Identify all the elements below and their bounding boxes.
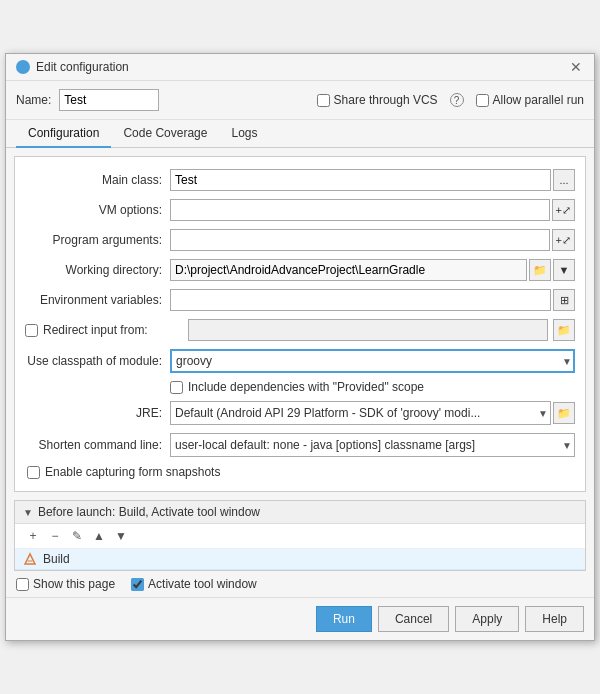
help-button[interactable]: Help [525,606,584,632]
allow-parallel-label[interactable]: Allow parallel run [476,93,584,107]
remove-task-button[interactable]: − [45,527,65,545]
jre-select[interactable]: Default (Android API 29 Platform - SDK o… [170,401,551,425]
tab-logs[interactable]: Logs [219,120,269,148]
main-class-row: Main class: ... [15,165,585,195]
configuration-content: Main class: ... VM options: +⤢ Program a… [14,156,586,492]
build-task-label: Build [43,552,70,566]
run-button[interactable]: Run [316,606,372,632]
vm-options-label: VM options: [25,203,170,217]
main-class-label: Main class: [25,173,170,187]
enable-snapshots-checkbox[interactable] [27,466,40,479]
vm-options-input[interactable] [170,199,550,221]
shorten-cmd-select-wrap: user-local default: none - java [options… [170,433,575,457]
add-task-button[interactable]: + [23,527,43,545]
name-label: Name: [16,93,51,107]
before-launch-title: Before launch: Build, Activate tool wind… [38,505,260,519]
vm-options-row: VM options: +⤢ [15,195,585,225]
include-deps-checkbox[interactable] [170,381,183,394]
program-args-row: Program arguments: +⤢ [15,225,585,255]
env-vars-row: Environment variables: ⊞ [15,285,585,315]
footer-options: Show this page Activate tool window [6,571,594,597]
build-icon [23,552,37,566]
allow-parallel-checkbox[interactable] [476,94,489,107]
working-dir-label: Working directory: [25,263,170,277]
tab-configuration[interactable]: Configuration [16,120,111,148]
name-row: Name: Share through VCS ? Allow parallel… [6,81,594,120]
edit-configuration-dialog: Edit configuration ✕ Name: Share through… [5,53,595,641]
working-dir-control: 📁 ▼ [170,259,575,281]
redirect-label: Redirect input from: [43,323,183,337]
env-vars-input[interactable] [170,289,551,311]
redirect-browse-button[interactable]: 📁 [553,319,575,341]
jre-browse-button[interactable]: 📁 [553,402,575,424]
before-launch-toggle-icon[interactable]: ▼ [23,507,33,518]
close-button[interactable]: ✕ [568,60,584,74]
classpath-select[interactable]: groovy [170,349,575,373]
classpath-control: groovy ▼ [170,349,575,373]
show-page-label[interactable]: Show this page [16,577,115,591]
share-vcs-checkbox[interactable] [317,94,330,107]
shorten-cmd-label: Shorten command line: [25,438,170,452]
include-deps-row: Include dependencies with "Provided" sco… [15,377,585,397]
dialog-title: Edit configuration [36,60,129,74]
move-task-down-button[interactable]: ▼ [111,527,131,545]
jre-label: JRE: [25,406,170,420]
tab-code-coverage[interactable]: Code Coverage [111,120,219,148]
working-dir-browse-button[interactable]: 📁 [529,259,551,281]
action-buttons: Run Cancel Apply Help [6,597,594,640]
title-bar: Edit configuration ✕ [6,54,594,81]
env-vars-control: ⊞ [170,289,575,311]
tabs: Configuration Code Coverage Logs [6,120,594,148]
classpath-module-row: Use classpath of module: groovy ▼ [15,345,585,377]
redirect-input-row: Redirect input from: 📁 [15,315,585,345]
show-page-checkbox[interactable] [16,578,29,591]
svg-marker-0 [25,554,35,564]
vm-expand-button[interactable]: +⤢ [552,199,575,221]
vm-options-control: +⤢ [170,199,575,221]
name-input[interactable] [59,89,159,111]
before-launch-header: ▼ Before launch: Build, Activate tool wi… [15,501,585,524]
program-args-input[interactable] [170,229,550,251]
help-icon[interactable]: ? [450,93,464,107]
share-vcs-label[interactable]: Share through VCS [317,93,438,107]
main-class-browse-button[interactable]: ... [553,169,575,191]
enable-snapshots-row: Enable capturing form snapshots [15,461,585,483]
working-dir-row: Working directory: 📁 ▼ [15,255,585,285]
main-class-control: ... [170,169,575,191]
program-args-control: +⤢ [170,229,575,251]
cancel-button[interactable]: Cancel [378,606,449,632]
jre-control: Default (Android API 29 Platform - SDK o… [170,401,575,425]
apply-button[interactable]: Apply [455,606,519,632]
program-args-label: Program arguments: [25,233,170,247]
shorten-cmd-control: user-local default: none - java [options… [170,433,575,457]
args-expand-button[interactable]: +⤢ [552,229,575,251]
activate-tool-checkbox[interactable] [131,578,144,591]
dialog-icon [16,60,30,74]
jre-select-wrap: Default (Android API 29 Platform - SDK o… [170,401,551,425]
build-task-item: Build [15,549,585,570]
title-bar-left: Edit configuration [16,60,129,74]
before-launch-section: ▼ Before launch: Build, Activate tool wi… [14,500,586,571]
name-row-right: Share through VCS ? Allow parallel run [317,93,584,107]
activate-tool-label[interactable]: Activate tool window [131,577,257,591]
include-deps-label: Include dependencies with "Provided" sco… [188,380,424,394]
shorten-cmd-row: Shorten command line: user-local default… [15,429,585,461]
redirect-input[interactable] [188,319,548,341]
main-class-input[interactable] [170,169,551,191]
before-launch-toolbar: + − ✎ ▲ ▼ [15,524,585,549]
enable-snapshots-label: Enable capturing form snapshots [45,465,220,479]
move-task-up-button[interactable]: ▲ [89,527,109,545]
env-vars-label: Environment variables: [25,293,170,307]
shorten-cmd-select[interactable]: user-local default: none - java [options… [170,433,575,457]
env-vars-edit-button[interactable]: ⊞ [553,289,575,311]
working-dir-arrow-button[interactable]: ▼ [553,259,575,281]
redirect-checkbox[interactable] [25,324,38,337]
classpath-label: Use classpath of module: [25,354,170,368]
jre-row: JRE: Default (Android API 29 Platform - … [15,397,585,429]
classpath-select-wrap: groovy ▼ [170,349,575,373]
working-dir-input[interactable] [170,259,527,281]
edit-task-button[interactable]: ✎ [67,527,87,545]
